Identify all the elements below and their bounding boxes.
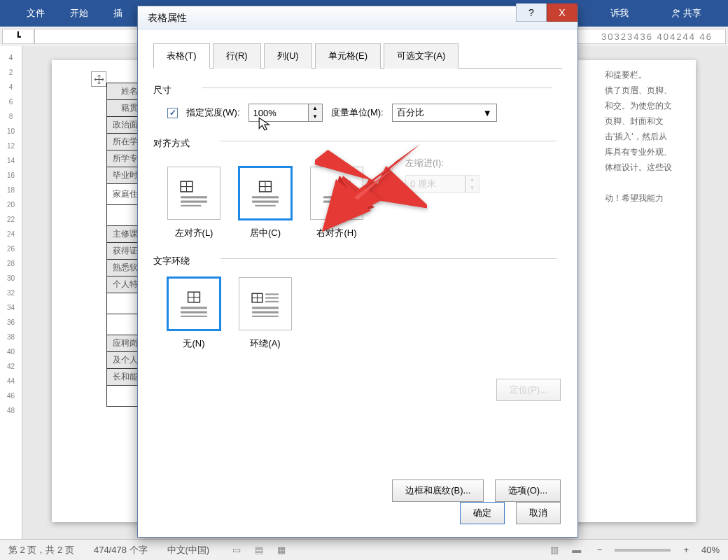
- status-language[interactable]: 中文(中国): [167, 544, 210, 556]
- svg-rect-22: [181, 307, 207, 309]
- ribbon-tellme[interactable]: 诉我: [598, 0, 641, 27]
- svg-rect-4: [181, 196, 207, 198]
- borders-shading-button[interactable]: 边框和底纹(B)...: [392, 479, 484, 502]
- cancel-button[interactable]: 取消: [516, 502, 561, 524]
- view-draft-icon[interactable]: ▬: [569, 545, 584, 555]
- view-read-icon[interactable]: ▭: [229, 545, 244, 555]
- move-icon: [94, 75, 104, 84]
- tab-table[interactable]: 表格(T): [153, 43, 210, 69]
- width-checkbox[interactable]: ✓: [167, 108, 178, 118]
- width-input[interactable]: [249, 104, 308, 121]
- table-move-handle[interactable]: [91, 71, 106, 87]
- svg-rect-33: [252, 316, 279, 317]
- indent-down-button: ▼: [465, 184, 479, 192]
- dialog-title: 表格属性: [148, 12, 187, 24]
- wrap-section-label: 文字环绕: [153, 255, 562, 267]
- svg-rect-30: [265, 301, 279, 302]
- vertical-ruler: 42 468 101214 161820 222426 283032 34363…: [0, 46, 22, 539]
- svg-rect-23: [181, 312, 207, 314]
- svg-rect-32: [252, 312, 279, 314]
- status-bar: 第 2 页，共 2 页 474/478 个字 中文(中国) ▭ ▤ ▦ ▥ ▬ …: [0, 539, 728, 560]
- table-properties-dialog: 表格属性 ? X 表格(T) 行(R) 列(U) 单元格(E) 可选文字(A) …: [137, 6, 578, 538]
- wrap-around-icon: [251, 290, 280, 317]
- wrap-none-option[interactable]: 无(N): [167, 277, 220, 350]
- svg-rect-31: [252, 307, 279, 309]
- svg-rect-18: [330, 205, 350, 206]
- ribbon-insert[interactable]: 插: [101, 0, 135, 27]
- align-left-icon: [179, 180, 209, 206]
- align-center-icon: [251, 180, 280, 206]
- view-web-icon[interactable]: ▦: [274, 545, 289, 555]
- indent-up-button: ▲: [465, 176, 479, 184]
- svg-rect-24: [181, 316, 207, 317]
- chevron-down-icon: ▼: [483, 108, 492, 118]
- width-up-button[interactable]: ▲: [309, 104, 322, 113]
- zoom-value[interactable]: 40%: [701, 545, 720, 555]
- align-section-label: 对齐方式: [153, 137, 562, 150]
- svg-rect-28: [265, 293, 279, 295]
- status-words[interactable]: 474/478 个字: [94, 544, 148, 556]
- svg-rect-12: [255, 205, 275, 206]
- options-button[interactable]: 选项(O)...: [495, 479, 561, 502]
- svg-rect-16: [323, 196, 350, 198]
- svg-point-0: [674, 10, 677, 13]
- width-checkbox-label: 指定宽度(W):: [186, 106, 240, 119]
- dialog-help-button[interactable]: ?: [516, 4, 547, 22]
- svg-rect-11: [252, 201, 279, 203]
- tab-cell[interactable]: 单元格(E): [315, 43, 381, 69]
- tab-row[interactable]: 行(R): [213, 43, 261, 69]
- align-right-icon: [322, 180, 351, 206]
- indent-input: [406, 176, 465, 192]
- indent-spinner: ▲▼: [405, 175, 479, 193]
- unit-label: 度量单位(M):: [331, 106, 384, 119]
- dialog-titlebar[interactable]: 表格属性 ? X: [138, 6, 578, 30]
- align-right-option[interactable]: 右对齐(H): [310, 167, 363, 239]
- unit-select[interactable]: 百分比▼: [392, 104, 497, 122]
- view-print-icon[interactable]: ▤: [251, 545, 267, 555]
- svg-rect-10: [252, 196, 279, 198]
- zoom-slider[interactable]: [615, 549, 671, 552]
- svg-rect-5: [181, 201, 207, 203]
- width-spinner[interactable]: ▲▼: [248, 104, 323, 122]
- zoom-out-button[interactable]: −: [597, 545, 603, 555]
- tab-alt-text[interactable]: 可选文字(A): [384, 43, 458, 69]
- side-text: 和提要栏。供了页眉、页脚、和交。为使您的文 页脚、封面和文击'插入'，然后从库具…: [605, 67, 675, 206]
- status-page[interactable]: 第 2 页，共 2 页: [8, 544, 74, 556]
- ribbon-start[interactable]: 开始: [57, 0, 101, 27]
- view-outline-icon[interactable]: ▥: [547, 545, 562, 555]
- ok-button[interactable]: 确定: [460, 502, 505, 524]
- ribbon-file[interactable]: 文件: [14, 0, 57, 27]
- positioning-button: 定位(P)...: [496, 379, 561, 401]
- svg-rect-17: [323, 201, 350, 203]
- dialog-tabs: 表格(T) 行(R) 列(U) 单元格(E) 可选文字(A): [153, 43, 562, 69]
- wrap-around-option[interactable]: 环绕(A): [239, 277, 292, 350]
- indent-label: 左缩进(I):: [405, 157, 479, 169]
- wrap-none-icon: [179, 290, 209, 317]
- ruler-corner: ┗: [2, 29, 34, 44]
- align-left-option[interactable]: 左对齐(L): [167, 167, 220, 239]
- svg-rect-6: [181, 205, 201, 206]
- size-section-label: 尺寸: [153, 84, 562, 97]
- zoom-in-button[interactable]: +: [683, 545, 689, 555]
- ribbon-share[interactable]: 共享: [658, 0, 714, 27]
- align-center-option[interactable]: 居中(C): [239, 167, 292, 239]
- svg-rect-29: [265, 298, 279, 299]
- dialog-close-button[interactable]: X: [547, 4, 578, 22]
- share-icon: [671, 8, 680, 18]
- width-down-button[interactable]: ▼: [309, 113, 322, 121]
- tab-column[interactable]: 列(U): [264, 43, 312, 69]
